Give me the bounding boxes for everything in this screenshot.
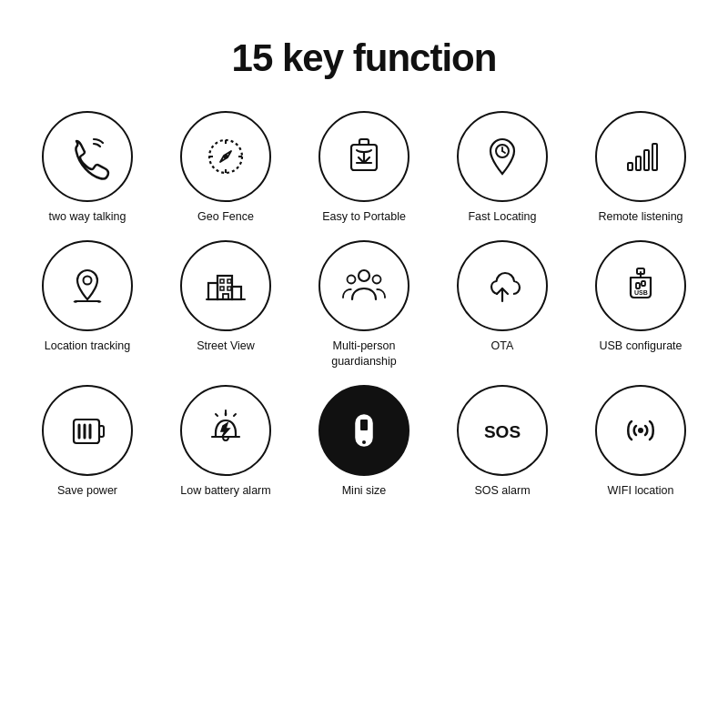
save-power-icon-circle <box>42 385 133 476</box>
location-clock-icon <box>478 132 527 181</box>
feature-save-power: Save power <box>18 381 157 501</box>
feature-geo-fence: Geo Fence <box>157 107 295 228</box>
people-icon <box>339 261 389 310</box>
sos-icon: SOS <box>478 406 527 455</box>
svg-rect-17 <box>208 283 217 299</box>
feature-usb-configurate: USB USB configurate <box>571 237 710 372</box>
svg-rect-12 <box>644 150 649 170</box>
svg-rect-35 <box>99 426 104 437</box>
svg-rect-21 <box>220 287 224 290</box>
easy-portable-label: Easy to Portable <box>322 209 406 224</box>
svg-rect-13 <box>652 144 657 170</box>
feature-low-battery-alarm: Low battery alarm <box>157 381 295 501</box>
remote-listening-label: Remote listening <box>598 209 682 224</box>
svg-text:USB: USB <box>634 289 648 296</box>
geo-fence-icon-circle <box>180 111 271 202</box>
svg-rect-19 <box>220 279 224 283</box>
feature-location-tracking: Location tracking <box>18 237 157 372</box>
cloud-upload-icon <box>478 261 527 310</box>
two-way-talking-icon-circle <box>42 111 133 202</box>
svg-rect-22 <box>228 287 231 290</box>
svg-point-27 <box>373 276 381 284</box>
feature-two-way-talking: two way talking <box>18 107 157 228</box>
svg-rect-30 <box>642 281 645 286</box>
feature-remote-listening: Remote listening <box>571 107 710 228</box>
svg-point-45 <box>362 440 366 444</box>
feature-street-view: Street View <box>157 237 295 372</box>
street-view-label: Street View <box>197 339 255 353</box>
features-grid: two way talking Geo Fence <box>18 107 710 501</box>
usb-configurate-label: USB configurate <box>599 339 682 353</box>
feature-fast-locating: Fast Locating <box>433 107 571 228</box>
wifi-location-icon-circle <box>595 385 686 476</box>
battery-icon <box>63 406 112 455</box>
mini-size-icon-circle <box>318 385 410 476</box>
sos-alarm-icon-circle: SOS <box>457 385 548 476</box>
feature-easy-portable: Easy to Portable <box>295 107 433 228</box>
svg-point-14 <box>84 277 92 285</box>
svg-line-42 <box>234 414 236 416</box>
fast-locating-icon-circle <box>457 111 548 202</box>
feature-mini-size: Mini size <box>295 381 433 501</box>
low-battery-alarm-label: Low battery alarm <box>180 483 270 498</box>
svg-rect-18 <box>232 287 241 299</box>
usb-icon: USB <box>616 261 665 310</box>
remote-listening-icon-circle <box>595 111 686 202</box>
compass-icon <box>201 132 250 181</box>
wifi-location-label: WIFI location <box>608 483 674 498</box>
ota-icon-circle <box>457 240 548 331</box>
svg-point-48 <box>638 428 643 433</box>
svg-line-41 <box>216 414 217 416</box>
svg-rect-11 <box>636 157 641 170</box>
svg-text:SOS: SOS <box>484 422 521 441</box>
street-view-icon-circle <box>180 240 271 331</box>
alarm-bell-icon <box>201 406 250 455</box>
feature-ota: OTA <box>433 237 571 372</box>
multi-person-icon-circle <box>318 240 410 331</box>
feature-wifi-location: WIFI location <box>571 381 710 501</box>
sos-alarm-label: SOS alarm <box>474 483 530 498</box>
low-battery-alarm-icon-circle <box>180 385 271 476</box>
signal-bars-icon <box>616 132 665 181</box>
svg-point-26 <box>348 276 356 284</box>
easy-portable-icon-circle <box>318 111 410 202</box>
page-title: 15 key function <box>232 36 497 80</box>
svg-line-9 <box>502 151 505 153</box>
svg-rect-20 <box>228 279 231 283</box>
svg-rect-10 <box>628 163 632 170</box>
portable-icon <box>339 132 389 181</box>
location-tracking-icon-circle <box>42 240 133 331</box>
feature-multi-person: Multi-person guardianship <box>295 237 433 372</box>
svg-rect-46 <box>360 420 368 430</box>
feature-sos-alarm: SOS SOS alarm <box>433 381 571 501</box>
buildings-icon <box>201 261 250 310</box>
fast-locating-label: Fast Locating <box>468 209 536 224</box>
multi-person-label: Multi-person guardianship <box>314 339 414 369</box>
two-way-talking-label: two way talking <box>49 209 126 224</box>
ota-label: OTA <box>491 339 514 353</box>
wifi-signal-icon <box>616 406 665 455</box>
svg-rect-34 <box>74 420 99 443</box>
mini-size-label: Mini size <box>342 483 387 498</box>
svg-point-25 <box>359 270 369 281</box>
location-tracking-label: Location tracking <box>45 339 131 353</box>
svg-rect-29 <box>636 283 640 288</box>
location-pin-icon <box>63 261 112 310</box>
save-power-label: Save power <box>57 483 117 498</box>
geo-fence-label: Geo Fence <box>197 209 254 224</box>
usb-configurate-icon-circle: USB <box>595 240 686 331</box>
mini-device-icon <box>339 406 389 455</box>
phone-icon <box>63 132 112 181</box>
